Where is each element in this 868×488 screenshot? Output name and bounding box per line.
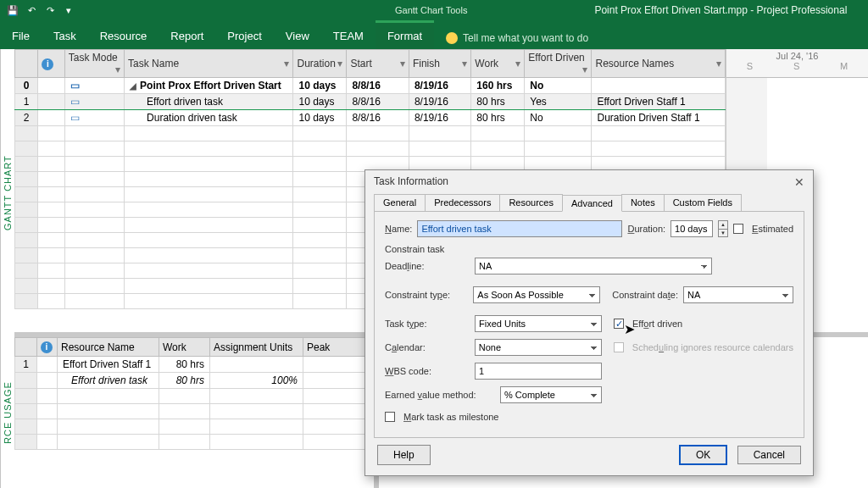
col-resources[interactable]: Resource Names▾ [592,50,726,78]
ok-button[interactable]: OK [679,445,727,465]
evm-label: Earned value method: [385,390,495,400]
tab-view[interactable]: View [274,23,321,49]
tab-report[interactable]: Report [159,23,215,49]
tab-file[interactable]: File [0,23,42,49]
dialog-tab-resources[interactable]: Resources [499,194,563,211]
row-info[interactable] [38,110,64,126]
dialog-tabs: General Predecessors Resources Advanced … [365,194,813,211]
resource-cell[interactable] [592,78,726,94]
task-mode-icon[interactable]: ▭ [64,78,124,94]
col-rownum[interactable] [15,50,38,78]
effort-cell[interactable]: No [525,78,592,94]
estimated-checkbox[interactable] [733,224,743,234]
dialog-tab-general[interactable]: General [374,194,426,211]
effort-driven-checkbox[interactable] [614,319,624,329]
usage-col-peak[interactable]: Peak [303,338,374,357]
effort-cell[interactable]: Yes [525,94,592,110]
redo-icon[interactable]: ↷ [42,3,58,18]
undo-icon[interactable]: ↶ [24,3,39,18]
tab-project[interactable]: Project [215,23,273,49]
effort-cell[interactable]: No [525,110,592,126]
row-info[interactable] [38,78,64,94]
task-name-cell[interactable]: Duration driven task [125,110,293,126]
col-name[interactable]: Task Name▾ [125,50,293,78]
dialog-tab-notes[interactable]: Notes [621,194,665,211]
info-icon: i [41,341,53,353]
col-duration[interactable]: Duration▾ [293,50,347,78]
usage-col-assign[interactable]: Assignment Units [210,338,303,357]
tab-format[interactable]: Format [376,20,434,49]
usage-resource-cell[interactable]: Effort driven task [58,373,159,389]
tab-resource[interactable]: Resource [88,23,159,49]
task-mode-icon[interactable]: ▭ [64,94,124,110]
task-type-select[interactable] [475,315,602,332]
work-cell[interactable]: 80 hrs [471,94,525,110]
qat-dropdown-icon[interactable]: ▾ [61,3,76,18]
finish-cell[interactable]: 8/19/16 [409,94,470,110]
usage-col-info[interactable]: i [37,338,58,357]
duration-cell[interactable]: 10 days [293,78,347,94]
resource-usage-grid[interactable]: i Resource Name Work Assignment Units Pe… [14,337,379,488]
duration-cell[interactable]: 10 days [293,94,347,110]
usage-work-cell[interactable]: 80 hrs [159,357,210,373]
usage-work-cell[interactable]: 80 hrs [159,373,210,389]
task-mode-icon[interactable]: ▭ [64,110,124,126]
window-title: Point Prox Effort Driven Start.mpp - Pro… [594,4,847,16]
constraint-type-select[interactable] [473,286,600,303]
wbs-input[interactable] [475,363,602,380]
gantt-chart-sidelabel: GANTT CHART [0,49,14,337]
row-info[interactable] [38,94,64,110]
constrain-header: Constrain task [385,244,444,254]
start-cell[interactable]: 8/8/16 [347,78,409,94]
calendar-select[interactable] [475,339,602,356]
dialog-tab-advanced[interactable]: Advanced [562,195,622,212]
usage-assign-cell[interactable] [210,357,303,373]
work-cell[interactable]: 160 hrs [471,78,525,94]
duration-spinner[interactable]: ▲▼ [718,220,728,237]
dialog-tab-predecessors[interactable]: Predecessors [425,194,500,211]
usage-col-work[interactable]: Work [159,338,210,357]
resource-cell[interactable]: Duration Driven Staff 1 [592,110,726,126]
close-icon[interactable]: ✕ [794,175,804,189]
task-name-cell[interactable]: Effort driven task [125,94,293,110]
evm-select[interactable] [500,386,602,403]
task-name-cell[interactable]: ◢Point Prox Effort Driven Start [125,78,293,94]
col-info[interactable]: i [38,50,64,78]
scheduling-ignores-label: Scheduling ignores resource calendars [632,342,793,352]
finish-cell[interactable]: 8/19/16 [409,78,470,94]
usage-assign-cell[interactable]: 100% [210,373,303,389]
help-button[interactable]: Help [377,445,431,465]
row-num[interactable]: 0 [15,78,38,94]
duration-input[interactable] [670,220,713,237]
cancel-button[interactable]: Cancel [737,446,801,464]
contextual-tab-label: Gantt Chart Tools [395,5,467,15]
constraint-type-label: Constraint type: [385,290,468,300]
col-finish[interactable]: Finish▾ [409,50,470,78]
resource-cell[interactable]: Effort Driven Staff 1 [592,94,726,110]
tab-task[interactable]: Task [42,23,88,49]
col-mode[interactable]: Task Mode▾ [64,50,124,78]
tell-me-search[interactable]: Tell me what you want to do [434,32,600,49]
collapse-icon[interactable]: ◢ [130,81,136,91]
col-work[interactable]: Work▾ [471,50,525,78]
start-cell[interactable]: 8/8/16 [347,94,409,110]
milestone-checkbox[interactable] [385,412,395,422]
save-icon[interactable]: 💾 [5,3,20,18]
row-num[interactable]: 2 [15,110,38,126]
task-name-input[interactable] [417,220,622,237]
duration-cell[interactable]: 10 days [293,110,347,126]
col-effort[interactable]: Effort Driven▾ [525,50,592,78]
usage-col-resource[interactable]: Resource Name [58,338,159,357]
start-cell[interactable]: 8/8/16 [347,110,409,126]
work-cell[interactable]: 80 hrs [471,110,525,126]
constraint-date-input[interactable] [683,286,793,303]
finish-cell[interactable]: 8/19/16 [409,110,470,126]
dialog-tab-custom[interactable]: Custom Fields [664,194,742,211]
usage-row-num[interactable]: 1 [15,357,37,373]
deadline-input[interactable] [475,258,712,274]
col-start[interactable]: Start▾ [347,50,409,78]
tab-team[interactable]: TEAM [321,23,376,49]
usage-resource-cell[interactable]: Effort Driven Staff 1 [58,357,159,373]
row-num[interactable]: 1 [15,94,38,110]
usage-col-rownum[interactable] [15,338,37,357]
